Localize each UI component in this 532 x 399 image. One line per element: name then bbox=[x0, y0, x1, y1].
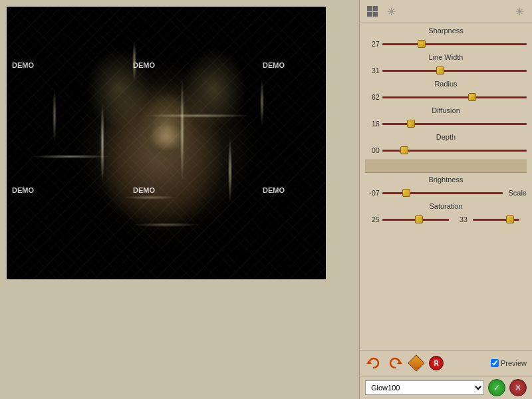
sharpness-label: Sharpness bbox=[365, 27, 527, 35]
sharpness-row: 27 bbox=[365, 38, 527, 50]
linewidth-slider[interactable] bbox=[382, 66, 527, 75]
demo-label-br: DEMO bbox=[263, 186, 285, 194]
reset-button[interactable]: R bbox=[429, 356, 444, 370]
demo-label-tc: DEMO bbox=[133, 61, 155, 69]
depth-value: 00 bbox=[365, 146, 380, 154]
scale-value: 33 bbox=[454, 215, 467, 223]
scale-slider[interactable] bbox=[473, 215, 519, 224]
canvas-area: DEMO DEMO DEMO DEMO DEMO DEMO bbox=[7, 7, 326, 279]
main-layout: DEMO DEMO DEMO DEMO DEMO DEMO ✳ ✳ bbox=[0, 0, 532, 399]
brightness-label: Brightness bbox=[365, 176, 527, 184]
radius-slider[interactable] bbox=[382, 92, 527, 102]
diffusion-label: Diffusion bbox=[365, 106, 527, 114]
undo-button[interactable] bbox=[365, 354, 382, 372]
depth-row: 00 bbox=[365, 144, 527, 156]
brightness-slider[interactable] bbox=[382, 188, 503, 198]
sharpness-slider[interactable] bbox=[382, 39, 527, 49]
sharpness-group: Sharpness 27 bbox=[365, 27, 527, 50]
radius-value: 62 bbox=[365, 93, 380, 101]
diamond-button[interactable] bbox=[408, 354, 425, 372]
depth-group: Depth 00 bbox=[365, 133, 527, 156]
saturation-slider[interactable] bbox=[382, 215, 449, 224]
action-bar: R Preview bbox=[360, 350, 532, 376]
radius-label: Radius bbox=[365, 80, 527, 88]
saturation-row: 25 33 bbox=[365, 213, 527, 225]
diffusion-group: Diffusion 16 bbox=[365, 106, 527, 130]
snowflake-icon[interactable]: ✳ bbox=[384, 4, 398, 19]
radius-group: Radius 62 bbox=[365, 80, 527, 103]
ok-button[interactable]: ✓ bbox=[488, 379, 505, 396]
linewidth-label: Line Width bbox=[365, 53, 527, 61]
preset-select[interactable]: Glow100 bbox=[365, 380, 484, 395]
top-toolbar: ✳ ✳ bbox=[360, 0, 532, 23]
brightness-row: -07 Scale bbox=[365, 187, 527, 199]
brightness-group: Brightness -07 Scale bbox=[365, 176, 527, 199]
diffusion-slider[interactable] bbox=[382, 119, 527, 128]
saturation-value: 25 bbox=[365, 215, 380, 223]
cat-image bbox=[7, 7, 326, 279]
brightness-value: -07 bbox=[365, 189, 380, 197]
depth-slider[interactable] bbox=[382, 146, 527, 155]
demo-label-bl: DEMO bbox=[12, 186, 34, 194]
image-panel: DEMO DEMO DEMO DEMO DEMO DEMO bbox=[0, 0, 359, 399]
saturation-group: Saturation 25 33 bbox=[365, 202, 527, 225]
linewidth-row: 31 bbox=[365, 65, 527, 76]
preview-checkbox-area[interactable]: Preview bbox=[491, 359, 527, 367]
cancel-button[interactable]: ✕ bbox=[509, 379, 527, 396]
saturation-label: Saturation bbox=[365, 202, 527, 210]
glow-overlay bbox=[7, 7, 326, 279]
sparkle-icon[interactable]: ✳ bbox=[512, 4, 527, 19]
scale-label: Scale bbox=[508, 189, 527, 197]
preview-label: Preview bbox=[501, 359, 527, 367]
preview-checkbox[interactable] bbox=[491, 359, 499, 367]
grid-view-icon[interactable] bbox=[365, 4, 380, 19]
svg-marker-0 bbox=[366, 360, 372, 364]
preset-bar: Glow100 ✓ ✕ bbox=[360, 376, 532, 399]
right-panel: ✳ ✳ Sharpness 27 Line Width bbox=[359, 0, 532, 399]
linewidth-group: Line Width 31 bbox=[365, 53, 527, 76]
linewidth-value: 31 bbox=[365, 66, 380, 74]
radius-row: 62 bbox=[365, 91, 527, 103]
depth-label: Depth bbox=[365, 133, 527, 141]
demo-label-tr: DEMO bbox=[263, 61, 285, 69]
svg-marker-1 bbox=[397, 360, 402, 364]
demo-label-tl: DEMO bbox=[12, 61, 34, 69]
section-divider bbox=[365, 160, 527, 173]
sharpness-value: 27 bbox=[365, 40, 380, 48]
diffusion-row: 16 bbox=[365, 118, 527, 130]
bottom-section: Brightness -07 Scale Saturation bbox=[365, 176, 527, 225]
sliders-section: Sharpness 27 Line Width 31 bbox=[360, 23, 532, 350]
diffusion-value: 16 bbox=[365, 120, 380, 128]
redo-button[interactable] bbox=[386, 354, 404, 372]
demo-label-bc: DEMO bbox=[133, 186, 155, 194]
